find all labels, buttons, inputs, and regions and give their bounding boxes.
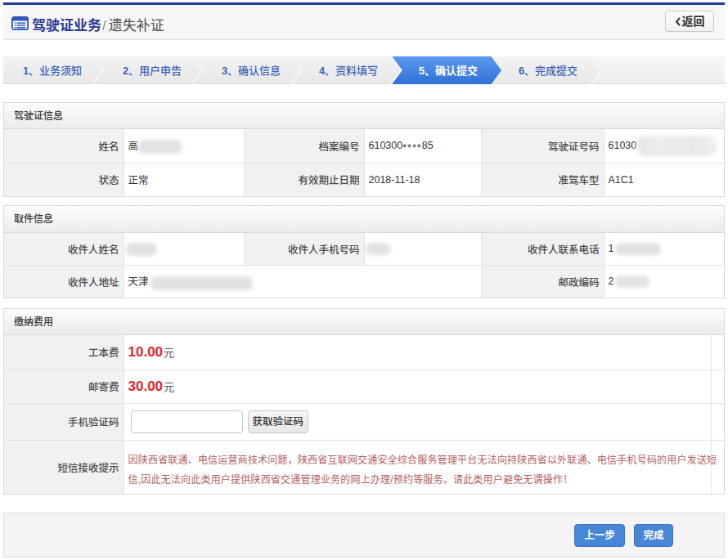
svg-text:5、确认提交: 5、确认提交 [419,65,478,77]
svg-text:3、确认信息: 3、确认信息 [222,65,281,77]
svg-text:2、用户申告: 2、用户申告 [123,65,182,77]
svg-text:1、业务须知: 1、业务须知 [23,65,82,77]
svg-text:6、完成提交: 6、完成提交 [519,65,577,77]
svg-text:4、资料填写: 4、资料填写 [319,65,378,77]
